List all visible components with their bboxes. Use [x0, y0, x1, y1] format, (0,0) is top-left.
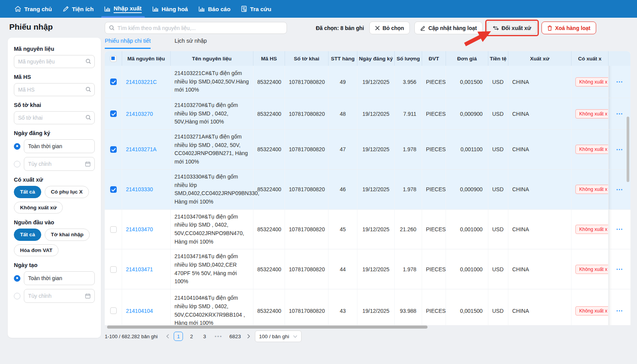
nav-item-reports[interactable]: Báo cáo — [193, 0, 236, 18]
registration-date-custom-radio[interactable] — [14, 161, 20, 167]
change-origin-button[interactable]: Đổi xuất xứ — [487, 22, 537, 34]
row-actions-button[interactable]: ⋯ — [616, 110, 623, 117]
unit-price: 0,000900 — [446, 98, 488, 130]
no-origin-badge: Không xuất x — [575, 109, 609, 119]
input-source-pill-import-declaration[interactable]: Tờ khai nhập — [45, 229, 90, 241]
horizontal-scrollbar-thumb[interactable] — [107, 326, 427, 329]
nav-item-home[interactable]: Trang chủ — [9, 0, 57, 18]
material-code-link[interactable]: 214103271A — [126, 146, 156, 152]
material-code-link[interactable]: 214103470 — [126, 226, 153, 232]
origin: CHINA — [508, 249, 572, 289]
table-row: 214103270 214103270#&Tụ điện gốm nhiều l… — [105, 98, 630, 130]
hs-code: 85322400 — [253, 170, 285, 210]
nav-item-lookup[interactable]: Tra cứu — [236, 0, 277, 18]
nav-item-goods[interactable]: Hàng hoá — [147, 0, 193, 18]
row-checkbox[interactable] — [110, 78, 117, 85]
app-window: Trang chủ Tiện ích Nhập xuất Hàng hoá Bá… — [0, 0, 637, 364]
material-code-link[interactable]: 214103471 — [126, 266, 153, 272]
prev-page-button[interactable] — [165, 334, 170, 339]
hs-code-input[interactable] — [14, 83, 95, 96]
tab-import-history[interactable]: Lịch sử nhập — [174, 38, 207, 49]
bulk-delete-button[interactable]: Xoá hàng loạt — [541, 22, 596, 34]
row-checkbox[interactable] — [110, 186, 117, 193]
table-row: 214103471 214103471#&Tụ điện gốm nhiều l… — [105, 249, 630, 289]
row-actions-button[interactable]: ⋯ — [616, 225, 623, 233]
page-size-select[interactable]: 100 / bản ghi — [255, 331, 302, 342]
bulk-update-button[interactable]: Cập nhật hàng loạt — [414, 22, 483, 34]
material-code-link[interactable]: 214103270 — [126, 111, 153, 117]
registration-date-alltime-radio[interactable] — [14, 143, 20, 150]
table-header-row: Mã nguyên liệu Tên nguyên liệu Mã HS Số … — [105, 51, 630, 66]
nav-item-import-export[interactable]: Nhập xuất — [99, 0, 147, 18]
search-icon — [85, 58, 91, 66]
material-name: 214103271A#&Tụ điện gốm nhiều lớp SMD , … — [171, 130, 253, 170]
line-no: 44 — [329, 249, 357, 289]
page-jump-ellipsis[interactable]: ••• — [213, 332, 224, 341]
tab-import-detail[interactable]: Phiếu nhập chi tiết — [105, 38, 151, 49]
quantity: 1.978 — [395, 130, 422, 170]
material-code-link[interactable]: 214104104 — [126, 308, 153, 314]
input-source-pill-all[interactable]: Tất cả — [14, 229, 41, 241]
vertical-scrollbar-thumb[interactable] — [627, 117, 629, 182]
unit-price: 0,001000 — [446, 210, 488, 250]
row-checkbox[interactable] — [110, 110, 117, 117]
input-source-pill-vat-invoice[interactable]: Hóa đơn VAT — [14, 244, 59, 257]
registration-date-custom-box[interactable]: Tùy chỉnh — [24, 157, 95, 171]
unit-price: 0,001100 — [446, 130, 488, 170]
import-table: Mã nguyên liệu Tên nguyên liệu Mã HS Số … — [105, 51, 630, 325]
select-all-checkbox[interactable] — [110, 55, 117, 62]
material-code-input[interactable] — [14, 55, 95, 68]
page-button-2[interactable]: 2 — [187, 332, 196, 341]
created-date-alltime-box[interactable]: Toàn thời gian — [24, 271, 95, 285]
declaration-no-input[interactable] — [14, 111, 95, 124]
chevron-down-icon — [293, 335, 297, 338]
col-header-currency: Tiền tệ — [488, 51, 508, 66]
material-code-link[interactable]: 214103221C — [126, 79, 157, 85]
registration-date: 19/12/2025 — [357, 170, 395, 210]
row-checkbox[interactable] — [110, 266, 117, 273]
registration-date: 19/12/2025 — [357, 98, 395, 130]
declaration-no: 107817080820 — [285, 210, 329, 250]
unit: PIECES — [422, 210, 446, 250]
has-origin-pill-all[interactable]: Tất cả — [14, 186, 41, 198]
quantity: 93.988 — [395, 289, 422, 325]
row-actions-button[interactable]: ⋯ — [616, 146, 623, 153]
table-search-input[interactable] — [117, 25, 283, 31]
edit-icon — [420, 25, 426, 31]
row-actions-button[interactable]: ⋯ — [616, 307, 623, 314]
row-actions-button[interactable]: ⋯ — [616, 186, 623, 193]
pen-icon — [63, 6, 69, 12]
declaration-no: 107817080820 — [285, 98, 329, 130]
unit: PIECES — [422, 170, 446, 210]
table-row: 214103330 214103330#&Tụ điện gốm nhiều l… — [105, 170, 630, 210]
page-button-1[interactable]: 1 — [174, 332, 183, 341]
line-no: 46 — [329, 170, 357, 210]
created-date-custom-radio[interactable] — [14, 293, 20, 299]
bar-chart-icon — [153, 6, 159, 12]
row-checkbox[interactable] — [110, 307, 117, 314]
page-button-3[interactable]: 3 — [200, 332, 209, 341]
line-no: 49 — [329, 66, 357, 98]
table-row: 214103221C 214103221C#&Tụ điện gốm nhiều… — [105, 66, 630, 98]
material-code-link[interactable]: 214103330 — [126, 186, 153, 192]
row-checkbox[interactable] — [110, 226, 117, 233]
row-actions-button[interactable]: ⋯ — [616, 78, 623, 85]
nav-item-utilities[interactable]: Tiện ích — [57, 0, 99, 18]
line-no: 47 — [329, 130, 357, 170]
has-origin-pill-no-origin[interactable]: Không xuất xứ — [14, 202, 63, 214]
registration-date-alltime-box[interactable]: Toàn thời gian — [24, 139, 95, 153]
selected-count: Đã chọn: 8 bản ghi — [316, 25, 364, 31]
created-date-alltime-radio[interactable] — [14, 275, 20, 282]
currency: USD — [488, 249, 508, 289]
next-page-button[interactable] — [246, 334, 251, 339]
line-no: 48 — [329, 98, 357, 130]
page-button-last[interactable]: 6823 — [228, 332, 243, 341]
line-no: 43 — [329, 289, 357, 325]
row-actions-button[interactable]: ⋯ — [616, 265, 623, 273]
created-date-custom-box[interactable]: Tùy chỉnh — [24, 289, 95, 303]
row-checkbox[interactable] — [110, 146, 117, 153]
deselect-button[interactable]: Bỏ chọn — [369, 22, 410, 34]
has-origin-pill-appendix-x[interactable]: Có phụ lục X — [45, 186, 89, 198]
unit: PIECES — [422, 289, 446, 325]
declaration-no: 107817080820 — [285, 130, 329, 170]
